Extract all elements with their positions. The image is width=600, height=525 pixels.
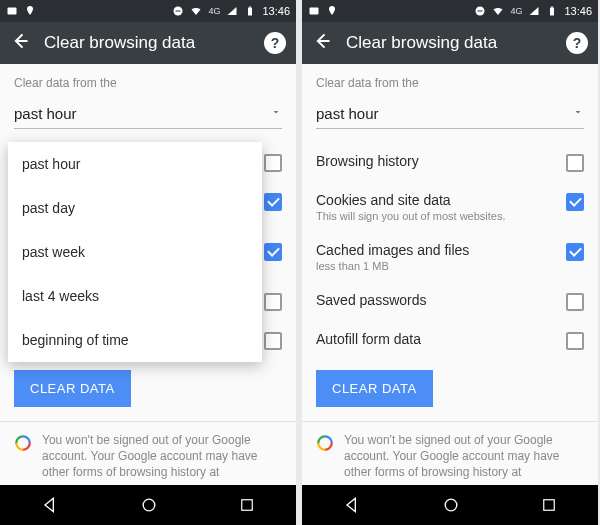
svg-rect-10 <box>242 500 253 511</box>
app-bar: Clear browsing data ? <box>0 22 296 64</box>
nav-home-icon[interactable] <box>139 495 159 515</box>
nav-bar <box>0 485 296 525</box>
dropdown-option[interactable]: beginning of time <box>8 318 262 362</box>
phone-right: 4G 13:46 Clear browsing data ? Clear dat… <box>302 0 598 525</box>
time-range-dropdown: past hour past day past week last 4 week… <box>8 142 262 362</box>
checkbox-autofill[interactable] <box>264 332 282 350</box>
time-range-spinner[interactable]: past hour <box>14 100 282 129</box>
checkbox-autofill[interactable] <box>566 332 584 350</box>
footer-note: You won't be signed out of your Google a… <box>316 422 584 481</box>
row-cache[interactable]: Cached images and files less than 1 MB <box>316 232 584 282</box>
hint-label: Clear data from the <box>316 76 584 90</box>
clear-data-button[interactable]: CLEAR DATA <box>14 370 131 407</box>
hint-label: Clear data from the <box>14 76 282 90</box>
content: Clear data from the past hour Browsing h… <box>0 64 296 485</box>
dropdown-option[interactable]: last 4 weeks <box>8 274 262 318</box>
spinner-value: past hour <box>14 105 77 122</box>
location-icon <box>24 5 36 17</box>
status-bar: 4G 13:46 <box>0 0 296 22</box>
chevron-down-icon <box>270 104 282 122</box>
svg-point-20 <box>445 499 457 511</box>
content: Clear data from the past hour Browsing h… <box>302 64 598 485</box>
clock: 13:46 <box>564 5 592 17</box>
nav-bar <box>302 485 598 525</box>
checkbox-browsing-history[interactable] <box>264 154 282 172</box>
dnd-icon <box>172 5 184 17</box>
svg-point-9 <box>143 499 155 511</box>
row-label: Cookies and site data <box>316 192 556 208</box>
row-label: Autofill form data <box>316 331 556 347</box>
footer-text: You won't be signed out of your Google a… <box>344 432 584 481</box>
dropdown-option[interactable]: past hour <box>8 142 262 186</box>
row-saved-passwords[interactable]: Saved passwords <box>316 282 584 321</box>
clear-data-button[interactable]: CLEAR DATA <box>316 370 433 407</box>
checkbox-cache[interactable] <box>566 243 584 261</box>
row-cookies[interactable]: Cookies and site data This will sign you… <box>316 182 584 232</box>
page-title: Clear browsing data <box>346 33 497 53</box>
help-icon[interactable]: ? <box>566 32 588 54</box>
nav-back-icon[interactable] <box>40 495 60 515</box>
checkbox-saved-passwords[interactable] <box>264 293 282 311</box>
dropdown-option[interactable]: past week <box>8 230 262 274</box>
svg-rect-13 <box>478 11 483 12</box>
spinner-value: past hour <box>316 105 379 122</box>
dnd-icon <box>474 5 486 17</box>
phone-left: 4G 13:46 Clear browsing data ? Clear dat… <box>0 0 296 525</box>
svg-rect-4 <box>249 7 251 8</box>
svg-rect-3 <box>248 8 252 16</box>
battery-icon <box>546 5 558 17</box>
network-label: 4G <box>208 6 220 16</box>
checkbox-cookies[interactable] <box>566 193 584 211</box>
checkbox-cookies[interactable] <box>264 193 282 211</box>
location-icon <box>326 5 338 17</box>
footer-text: You won't be signed out of your Google a… <box>42 432 282 481</box>
signal-icon <box>528 5 540 17</box>
nav-back-icon[interactable] <box>342 495 362 515</box>
row-sublabel: less than 1 MB <box>316 260 556 272</box>
dropdown-option[interactable]: past day <box>8 186 262 230</box>
status-bar: 4G 13:46 <box>302 0 598 22</box>
row-browsing-history[interactable]: Browsing history <box>316 143 584 182</box>
battery-icon <box>244 5 256 17</box>
wifi-icon <box>492 5 504 17</box>
row-label: Browsing history <box>316 153 556 169</box>
checkbox-saved-passwords[interactable] <box>566 293 584 311</box>
back-icon[interactable] <box>10 31 30 55</box>
row-sublabel: This will sign you out of most websites. <box>316 210 556 222</box>
nav-recent-icon[interactable] <box>540 496 558 514</box>
svg-rect-15 <box>551 7 553 8</box>
nav-recent-icon[interactable] <box>238 496 256 514</box>
svg-rect-2 <box>176 11 181 12</box>
svg-rect-21 <box>544 500 555 511</box>
network-label: 4G <box>510 6 522 16</box>
clock: 13:46 <box>262 5 290 17</box>
google-logo-icon <box>316 434 334 452</box>
svg-rect-11 <box>310 8 319 15</box>
footer-note: You won't be signed out of your Google a… <box>14 422 282 481</box>
row-autofill[interactable]: Autofill form data <box>316 321 584 360</box>
nav-home-icon[interactable] <box>441 495 461 515</box>
page-title: Clear browsing data <box>44 33 195 53</box>
google-logo-icon <box>14 434 32 452</box>
app-bar: Clear browsing data ? <box>302 22 598 64</box>
row-label: Cached images and files <box>316 242 556 258</box>
image-icon <box>308 5 320 17</box>
svg-rect-14 <box>550 8 554 16</box>
image-icon <box>6 5 18 17</box>
signal-icon <box>226 5 238 17</box>
time-range-spinner[interactable]: past hour <box>316 100 584 129</box>
help-icon[interactable]: ? <box>264 32 286 54</box>
wifi-icon <box>190 5 202 17</box>
checkbox-cache[interactable] <box>264 243 282 261</box>
svg-rect-0 <box>8 8 17 15</box>
checkbox-browsing-history[interactable] <box>566 154 584 172</box>
back-icon[interactable] <box>312 31 332 55</box>
chevron-down-icon <box>572 104 584 122</box>
row-label: Saved passwords <box>316 292 556 308</box>
